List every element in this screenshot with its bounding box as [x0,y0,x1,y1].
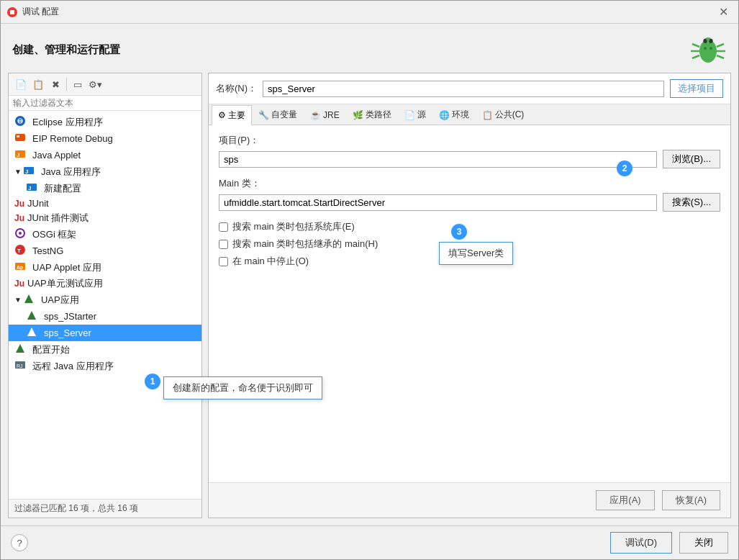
footer-buttons: 应用(A) 恢复(A) [209,482,730,518]
tab-jre[interactable]: ☕ JRE [304,106,346,124]
choose-project-btn[interactable]: 选择项目 [670,79,723,98]
tree-item-uap-applet[interactable]: Ap UAP Applet 应用 [9,259,201,276]
tree-item-osgi[interactable]: OSGi 框架 [9,226,201,243]
main-class-label: Main 类： [219,177,720,190]
svg-line-7 [717,44,724,47]
java-applet-label: Java Applet [32,150,81,161]
eip-label: EIP Remote Debug [32,133,113,144]
project-row: 项目(P)： 浏览(B)... [219,134,720,168]
badge-2: 2 [617,161,633,176]
settings-btn[interactable]: ⚙▾ [87,76,103,92]
svg-text:Ap: Ap [17,265,23,271]
apply-btn[interactable]: 应用(A) [596,490,654,510]
debug-button[interactable]: 调试(D) [610,532,672,554]
tab-classpath[interactable]: 🌿 类路径 [346,104,398,125]
tree-item-junit-plugin[interactable]: Ju JUnit 插件测试 [9,210,201,226]
search-class-btn[interactable]: 搜索(S)... [663,193,720,212]
toolbar-separator [66,78,67,91]
tab-env[interactable]: 🌐 环境 [432,104,476,125]
tab-env-label: 环境 [452,109,469,121]
tab-jre-icon: ☕ [310,110,321,120]
svg-point-12 [704,47,707,50]
tab-source[interactable]: 📄 源 [398,104,432,125]
tab-variables[interactable]: 🔧 自变量 [252,104,304,125]
header-area: 创建、管理和运行配置 [1,24,738,73]
form-area: 项目(P)： 浏览(B)... Main 类： 搜索(S)... 搜索 m [209,125,730,482]
new-config-icon: J [26,181,37,195]
tab-main-label: 主要 [228,109,245,122]
name-label: 名称(N)： [216,82,257,95]
remote-java-icon: RJ [14,359,26,373]
main-class-input[interactable] [219,194,657,211]
svg-marker-33 [16,344,24,353]
tab-classpath-label: 类路径 [366,109,391,121]
tree-item-new-config[interactable]: J 新建配置 [9,180,201,197]
eip-icon [14,132,26,145]
filter-btn[interactable]: ▭ [70,76,86,92]
callout-2-text: 填写Server类 [448,248,504,258]
filter-input[interactable] [9,96,201,111]
svg-point-25 [19,232,22,235]
tree-item-sps-server[interactable]: sps_Server [9,325,201,341]
config-start-icon [14,343,26,356]
uap-app-group-icon [23,293,35,307]
page-title: 创建、管理和运行配置 [12,43,120,57]
eclipse-app-icon [14,115,26,129]
project-label: 项目(P)： [219,134,720,147]
osgi-label: OSGi 框架 [32,228,76,241]
help-button[interactable]: ? [11,534,28,551]
config-tree: Eclipse 应用程序 EIP Remote Debug J Java App… [9,111,201,499]
tree-item-eclipse-app[interactable]: Eclipse 应用程序 [9,114,201,130]
badge-1: 1 [145,374,160,389]
tree-item-java-app-group[interactable]: ▼ J Java 应用程序 [9,163,201,180]
title-bar: 调试 配置 ✕ [1,1,738,24]
duplicate-btn[interactable]: 📋 [30,76,46,92]
tree-item-uap-unit[interactable]: Ju UAP单元测试应用 [9,276,201,292]
remote-java-label: 远程 Java 应用程序 [32,360,114,373]
svg-text:J: J [25,168,28,175]
app-icon [6,6,18,18]
uap-app-arrow: ▼ [14,296,22,304]
tab-common-label: 公共(C) [495,109,525,121]
uap-unit-icon: Ju [14,279,24,289]
sps-jstarter-label: sps_JStarter [44,311,96,322]
tab-common[interactable]: 📋 公共(C) [476,104,531,125]
project-input[interactable] [219,151,657,168]
osgi-icon [14,227,26,241]
sps-jstarter-icon [26,310,37,323]
junit-plugin-label: JUnit 插件测试 [27,212,89,225]
revert-btn[interactable]: 恢复(A) [662,490,720,510]
svg-line-4 [692,44,699,47]
tree-item-config-start[interactable]: 配置开始 [9,341,201,358]
tab-variables-icon: 🔧 [258,110,269,120]
checkbox-inherit-main[interactable] [219,240,228,249]
testng-label: TestNG [32,245,63,256]
tree-item-eip-remote[interactable]: EIP Remote Debug [9,130,201,147]
sps-server-icon [26,326,37,340]
window-title: 调试 配置 [22,6,715,18]
testng-icon: T [14,244,26,258]
tree-item-sps-jstarter[interactable]: sps_JStarter [9,308,201,325]
tree-item-testng[interactable]: T TestNG [9,243,201,259]
close-button-bottom[interactable]: 关闭 [679,532,728,554]
tab-source-icon: 📄 [404,110,415,120]
browse-project-btn[interactable]: 浏览(B)... [663,150,720,168]
checkbox-system-libs[interactable] [219,222,228,232]
checkbox-stop-main-label: 在 main 中停止(O) [232,255,309,268]
tree-item-java-applet[interactable]: J Java Applet [9,147,201,163]
tab-main[interactable]: ⚙ 主要 [212,105,252,125]
svg-text:RJ: RJ [17,363,23,369]
tree-item-remote-java[interactable]: RJ 远程 Java 应用程序 [9,358,201,374]
svg-rect-17 [17,135,19,137]
project-input-row: 浏览(B)... [219,150,720,168]
tree-item-uap-app-group[interactable]: ▼ UAP应用 [9,292,201,308]
checkbox-stop-main[interactable] [219,257,228,266]
new-config-btn[interactable]: 📄 [13,76,29,92]
tree-item-junit[interactable]: Ju JUnit [9,197,201,210]
tab-classpath-icon: 🌿 [353,110,363,120]
name-input[interactable] [263,81,664,97]
action-buttons: 调试(D) 关闭 [610,532,728,554]
close-button[interactable]: ✕ [715,4,733,20]
tab-env-icon: 🌐 [439,110,450,120]
delete-btn[interactable]: ✖ [47,76,63,92]
